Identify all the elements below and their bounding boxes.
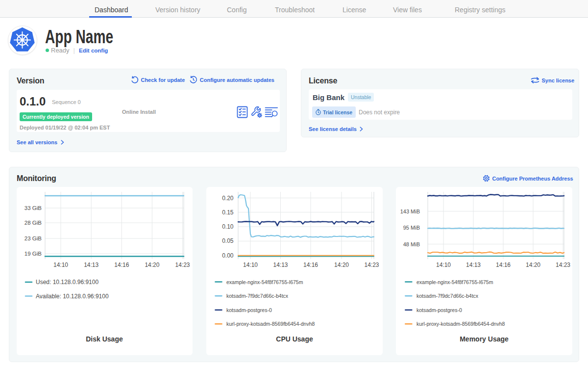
svg-text:Memory Usage: Memory Usage [460, 335, 509, 343]
svg-text:Available: 10.128.0.96:9100: Available: 10.128.0.96:9100 [36, 293, 109, 300]
svg-text:14:13: 14:13 [466, 261, 481, 268]
svg-text:kurl-proxy-kotsadm-8569fb6454-: kurl-proxy-kotsadm-8569fb6454-dnvh8 [416, 321, 505, 327]
svg-text:example-nginx-54f8f76755-l675m: example-nginx-54f8f76755-l675m [416, 279, 493, 285]
svg-text:kurl-proxy-kotsadm-8569fb6454-: kurl-proxy-kotsadm-8569fb6454-dnvh8 [226, 321, 315, 327]
svg-text:23 GiB: 23 GiB [24, 235, 42, 241]
svg-text:0.10: 0.10 [222, 223, 234, 230]
svg-text:143 MiB: 143 MiB [400, 209, 420, 214]
svg-text:14:10: 14:10 [53, 261, 68, 268]
svg-text:14:23: 14:23 [556, 261, 570, 268]
svg-text:kotsadm-postgres-0: kotsadm-postgres-0 [226, 307, 272, 313]
svg-text:33 GiB: 33 GiB [24, 205, 42, 211]
svg-text:14:13: 14:13 [84, 261, 98, 268]
svg-text:48 MiB: 48 MiB [403, 241, 420, 247]
svg-text:kotsadm-7f9dc7d66c-b4tcx: kotsadm-7f9dc7d66c-b4tcx [226, 293, 289, 299]
svg-text:14:20: 14:20 [334, 261, 349, 268]
svg-text:0.05: 0.05 [222, 237, 234, 244]
svg-text:14:23: 14:23 [364, 261, 379, 268]
svg-text:0.20: 0.20 [222, 195, 234, 202]
svg-text:0.00: 0.00 [222, 252, 234, 259]
svg-text:14:16: 14:16 [496, 261, 511, 268]
svg-text:0.15: 0.15 [222, 209, 234, 216]
svg-text:14:16: 14:16 [303, 261, 318, 268]
svg-text:kotsadm-postgres-0: kotsadm-postgres-0 [416, 307, 462, 313]
svg-text:19 GiB: 19 GiB [24, 251, 42, 257]
svg-text:95 MiB: 95 MiB [403, 225, 420, 231]
svg-text:14:13: 14:13 [273, 261, 288, 268]
svg-text:14:16: 14:16 [114, 261, 129, 268]
svg-text:example-nginx-54f8f76755-l675m: example-nginx-54f8f76755-l675m [226, 279, 303, 285]
svg-text:14:10: 14:10 [243, 261, 258, 268]
svg-text:28 GiB: 28 GiB [24, 220, 42, 226]
svg-text:CPU Usage: CPU Usage [276, 335, 313, 343]
svg-text:14:20: 14:20 [526, 261, 540, 268]
svg-text:14:10: 14:10 [436, 261, 451, 268]
svg-text:Used: 10.128.0.96:9100: Used: 10.128.0.96:9100 [36, 279, 98, 286]
svg-text:14:23: 14:23 [175, 261, 190, 268]
svg-text:14:20: 14:20 [145, 261, 159, 268]
svg-text:Disk Usage: Disk Usage [86, 335, 123, 343]
svg-text:kotsadm-7f9dc7d66c-b4tcx: kotsadm-7f9dc7d66c-b4tcx [416, 293, 479, 299]
